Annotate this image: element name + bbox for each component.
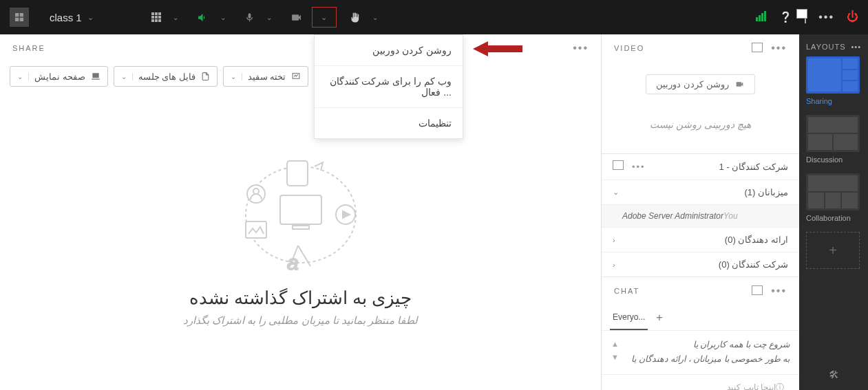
presenters-row[interactable]: › ارائه دهندگان (0) (602, 227, 799, 252)
topbar-right: ❔ ••• ⏻ (756, 10, 858, 24)
video-pod: VIDEO ••• روشن کردن دوربین هیچ دوربینی ر… (602, 34, 799, 154)
layout-collaboration-label: Collaboration (806, 214, 861, 222)
share-empty-title: چیزی به اشتراک گذاشته نشده (0, 288, 601, 309)
host-user-row[interactable]: Adobe Server Administrator You (602, 204, 799, 227)
participants-row[interactable]: › شرکت کنندگان (0) (602, 252, 799, 277)
fullscreen-icon[interactable] (805, 11, 806, 23)
chat-tab-everyone[interactable]: Everyo... (610, 305, 648, 330)
chevron-down-icon: ⌄ (613, 188, 619, 197)
attendees-more-icon[interactable]: ••• (632, 162, 646, 172)
share-toolbar: ⌄ صفحه نمایش ⌄ فایل های جلسه ⌄ تخته سفید (0, 62, 601, 91)
svg-rect-3 (280, 195, 321, 224)
chat-add-tab-button[interactable]: + (656, 312, 662, 324)
share-screen-label: صفحه نمایش (34, 72, 85, 82)
share-screen-button[interactable]: ⌄ صفحه نمایش (10, 66, 108, 87)
chevron-right-icon: › (613, 236, 615, 244)
chat-body: ▲▼ شروع چت با همه کاربران یا به طور خصوص… (602, 331, 799, 374)
share-more-icon[interactable]: ••• (573, 42, 589, 54)
chevron-down-icon: ⌄ (121, 73, 133, 80)
turn-on-camera-label: روشن کردن دوربین (656, 79, 728, 89)
share-empty-state: a چیزی به اشتراک گذاشته نشده لطفا منتظر … (0, 153, 601, 327)
speaker-icon[interactable] (197, 12, 209, 23)
camera-dropdown-menu: روشن کردن دوربین وب کم را برای شرکت کنند… (314, 34, 463, 139)
info-icon[interactable]: ⓘ (776, 382, 784, 391)
layout-add-button[interactable]: + (806, 232, 860, 269)
share-whiteboard-button[interactable]: ⌄ تخته سفید (223, 66, 309, 87)
grid-icon[interactable] (151, 12, 161, 22)
share-files-label: فایل های جلسه (138, 72, 195, 82)
host-user-name: Adobe Server Administrator (622, 211, 723, 221)
meeting-menu-chevron-icon[interactable]: ⌄ (87, 13, 94, 22)
layout-discussion-label: Discussion (806, 155, 861, 164)
chat-maximize-icon[interactable] (752, 287, 761, 295)
share-empty-subtitle: لطفا منتظر بمانید تا میزبان مطلبی را به … (0, 314, 601, 327)
layout-sharing-thumb[interactable] (806, 56, 860, 94)
menu-turn-on-camera[interactable]: روشن کردن دوربین (315, 35, 463, 66)
presenters-label: ارائه دهندگان (0) (725, 235, 788, 245)
svg-text:a: a (287, 251, 299, 274)
share-pod: SHARE ••• ⌄ صفحه نمایش ⌄ فایل های جلسه ⌄… (0, 34, 601, 390)
video-header-label: VIDEO (614, 44, 644, 52)
chat-placeholder: اینجا تایپ کنید (611, 382, 776, 390)
connection-icon[interactable] (756, 11, 767, 24)
chat-header-label: CHAT (614, 287, 639, 295)
chat-pod: CHAT ••• Everyo... + ▲▼ شروع چت با همه ک… (602, 277, 799, 390)
menu-settings[interactable]: تنظیمات (315, 108, 463, 138)
chat-scroll-icon[interactable]: ▲▼ (611, 338, 619, 363)
attendees-header-label: شرکت کنندگان - 1 (719, 162, 788, 172)
chevron-down-icon: ⌄ (231, 73, 242, 80)
help-icon[interactable]: ❔ (779, 11, 792, 23)
hosts-row[interactable]: ⌄ میزبانان (1) (602, 180, 799, 204)
mic-chevron-icon[interactable]: ⌄ (257, 14, 281, 21)
layouts-panel: LAYOUTS ••• Sharing Discussion Collabora… (799, 34, 868, 390)
camera-icon[interactable] (290, 12, 302, 23)
svg-rect-9 (246, 221, 266, 238)
speaker-chevron-icon[interactable]: ⌄ (211, 14, 235, 21)
chat-input[interactable]: اینجا تایپ کنید ⓘ (602, 374, 799, 391)
layouts-more-icon[interactable]: ••• (851, 43, 861, 51)
menu-enable-webcam-participants[interactable]: وب کم را برای شرکت کنندگان فعال ... (315, 66, 463, 108)
grid-chevron-icon[interactable]: ⌄ (164, 14, 187, 21)
share-empty-graphic: a (232, 153, 370, 283)
chat-hint-line1: شروع چت با همه کاربران یا (611, 338, 790, 352)
video-maximize-icon[interactable] (752, 44, 761, 52)
annotation-arrow-icon (473, 40, 522, 58)
mic-icon[interactable] (244, 12, 255, 23)
layout-discussion-thumb[interactable] (806, 115, 860, 152)
layout-sharing-label: Sharing (806, 97, 861, 105)
share-whiteboard-label: تخته سفید (248, 72, 286, 82)
raise-hand-icon[interactable] (349, 12, 361, 23)
svg-marker-0 (473, 41, 522, 56)
meeting-title: class 1 (50, 12, 82, 23)
share-header-label: SHARE (12, 44, 45, 52)
attendees-pod: ••• شرکت کنندگان - 1 ⌄ میزبانان (1) Adob… (602, 154, 799, 277)
app-logo[interactable] (10, 8, 29, 27)
layout-tools-icon[interactable]: 🛠 (799, 369, 868, 380)
share-files-button[interactable]: ⌄ فایل های جلسه (114, 66, 218, 87)
turn-on-camera-button[interactable]: روشن کردن دوربین (646, 74, 754, 94)
top-bar: class 1 ⌄ ⌄ ⌄ ⌄ ⌄ ⌄ ❔ ••• ⏻ (0, 0, 868, 34)
chat-hint-line2: به طور خصوصی با میزبانان ، ارائه دهندگان… (611, 352, 790, 367)
attendees-maximize-icon[interactable] (613, 162, 622, 170)
power-icon[interactable]: ⏻ (847, 10, 858, 24)
chevron-down-icon: ⌄ (17, 73, 29, 80)
camera-chevron-button[interactable]: ⌄ (312, 7, 337, 28)
hand-chevron-icon[interactable]: ⌄ (363, 14, 387, 21)
host-you-label: You (723, 211, 738, 221)
layouts-title: LAYOUTS (806, 43, 846, 51)
more-icon[interactable]: ••• (818, 11, 834, 23)
hosts-label: میزبانان (1) (744, 187, 788, 197)
chevron-right-icon: › (613, 261, 615, 269)
layout-collaboration-thumb[interactable] (806, 173, 860, 210)
right-column: VIDEO ••• روشن کردن دوربین هیچ دوربینی ر… (601, 34, 799, 390)
no-camera-text: هیچ دوربینی روشن نیست (602, 119, 799, 130)
participants-label: شرکت کنندگان (0) (719, 259, 788, 270)
chat-more-icon[interactable]: ••• (771, 285, 787, 297)
video-more-icon[interactable]: ••• (771, 42, 787, 54)
svg-rect-5 (287, 161, 308, 186)
svg-rect-4 (293, 226, 309, 229)
